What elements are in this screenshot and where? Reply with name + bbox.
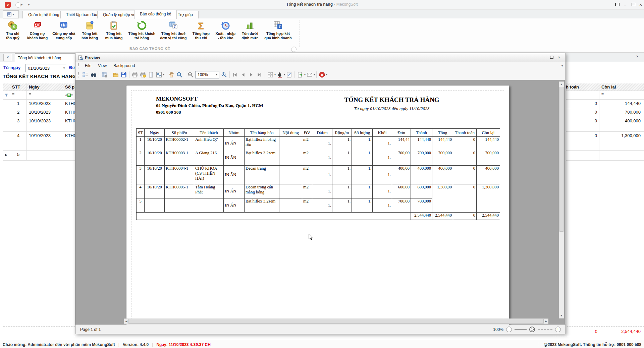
ribbon-item-tong-ket-khach-tra-hang[interactable]: Tổng kết kháchtrả hàng (126, 19, 158, 40)
horizontal-scrollbar[interactable]: ◀ ▶ (124, 318, 548, 324)
close-document-button[interactable]: ✕ (3, 54, 12, 61)
page-indicator: Page 1 of 1 (80, 327, 101, 332)
tabstrip-close-icon[interactable]: ✕ (636, 55, 639, 58)
email-dropdown-icon[interactable]: ▾ (314, 73, 315, 76)
ribbon-item-tong-hop-thu-chi[interactable]: Σ Tổng hợpthu chi (189, 19, 213, 40)
menu-background[interactable]: Background (110, 63, 138, 68)
filter-cell-con-lai[interactable]: = (599, 91, 644, 100)
ribbon-item-cong-no-nha-cung-cap[interactable]: Công nợ nhàcung cấp (50, 19, 77, 40)
multiple-pages-button[interactable] (266, 71, 274, 79)
ribbon-item-tong-hop-ket-qua[interactable]: Σ Tổng hợp kếtquả kinh doanh (262, 19, 294, 40)
preview-titlebar[interactable]: Preview – ✕ (75, 53, 566, 62)
tab-quan-tri-he-thong[interactable]: Quản trị hệ thống (22, 11, 65, 19)
report-cell: 700,00 (392, 198, 411, 213)
zoom-in-button[interactable] (220, 71, 228, 79)
report-cell: 700,000 (432, 150, 453, 166)
zoom-slider-knob[interactable] (529, 327, 535, 332)
close-button[interactable]: ✕ (637, 2, 644, 7)
column-header-ngay[interactable]: Ngày (27, 83, 63, 91)
menu-file[interactable]: File (82, 63, 95, 68)
ribbon-item-tong-ket-ban-hang[interactable]: Tổng kếtbán hàng (77, 19, 102, 40)
open-button[interactable] (112, 71, 120, 79)
ribbon-item-thu-chi-ton-quy[interactable]: €$ Thu chitồn quỹ (1, 19, 25, 40)
ribbon-label: bán hàng (82, 36, 98, 40)
app-titlebar: v ▾ ▾ Tổng kết khách trả hàng - MekongSo… (0, 0, 644, 10)
export-button[interactable] (296, 71, 304, 79)
report-cell: IN ẤN (224, 198, 245, 213)
filter-cell-stt[interactable]: = (10, 91, 27, 100)
chevron-down-icon[interactable]: ▼ (214, 73, 219, 76)
page-color-button[interactable] (276, 71, 284, 79)
app-menu-button[interactable]: ▾ (3, 10, 19, 18)
menubar-overflow-icon[interactable]: ▾ (561, 64, 563, 67)
report-cell: 10/10/20 (145, 166, 165, 184)
customize-button[interactable] (101, 71, 109, 79)
search-button[interactable] (90, 71, 98, 79)
scroll-left-icon[interactable]: ◀ (124, 319, 128, 324)
table-row[interactable]: 0 700,000 (553, 108, 644, 117)
scrollbar-thumb[interactable] (559, 87, 564, 232)
first-page-button[interactable] (231, 71, 239, 79)
column-header-stt[interactable]: STT (10, 83, 27, 91)
ribbon-item-xuat-nhap-ton-kho[interactable]: Xuất - nhập- tồn kho (213, 19, 238, 40)
close-preview-button[interactable] (318, 71, 326, 79)
menu-view[interactable]: View (95, 63, 110, 68)
close-dropdown-icon[interactable]: ▾ (326, 73, 327, 76)
table-row[interactable]: 0 144,440 (553, 100, 644, 108)
document-map-button[interactable] (82, 71, 90, 79)
toolbar-grip[interactable] (78, 72, 79, 77)
row-indicator (3, 117, 10, 132)
vertical-scrollbar[interactable]: ▲ ▼ (559, 81, 564, 318)
restore-button[interactable] (630, 2, 637, 7)
quick-print-button[interactable] (139, 71, 147, 79)
zoom-out-icon[interactable]: − (506, 327, 512, 332)
magnifier-button[interactable] (175, 71, 183, 79)
ribbon-item-ton-duoi-dinh-muc[interactable]: Tồn dướiđịnh mức (238, 19, 262, 40)
ribbon-item-cong-no-khach-hang[interactable]: Công nợkhách hàng (25, 19, 50, 40)
zoom-slider-track[interactable] (538, 329, 552, 330)
zoom-out-button[interactable] (186, 71, 195, 79)
ribbon-collapse-icon[interactable]: ⌃ (291, 47, 297, 52)
zoom-slider-track[interactable] (515, 329, 527, 330)
next-page-button[interactable] (247, 71, 255, 79)
column-header-con-lai[interactable]: Còn lại (599, 83, 644, 91)
watermark-button[interactable] (285, 71, 293, 79)
ribbon-item-tong-ket-thue-don-vi[interactable]: Σ Tổng kết thuêđơn vị thi công (158, 19, 189, 40)
tab-bao-cao-thong-ke[interactable]: Báo cáo thống kê (134, 10, 177, 19)
zoom-in-icon[interactable]: + (555, 327, 561, 332)
grid-sigma-icon: Σ (273, 20, 283, 31)
save-button[interactable] (120, 71, 128, 79)
scroll-right-icon[interactable]: ▶ (544, 319, 548, 324)
scale-button[interactable] (155, 71, 163, 79)
email-button[interactable] (306, 71, 314, 79)
scale-dropdown-icon[interactable]: ▾ (163, 73, 164, 76)
preview-minimize-button[interactable]: – (541, 55, 548, 60)
scrollbar-thumb[interactable] (128, 319, 544, 324)
ribbon-item-tong-ket-mua-hang[interactable]: Tổng kếtmua hàng (102, 19, 126, 40)
scroll-down-icon[interactable]: ▼ (559, 313, 564, 318)
tab-thiet-lap-ban-dau[interactable]: Thiết lập ban đầu (60, 11, 103, 19)
prev-page-button[interactable] (239, 71, 247, 79)
print-button[interactable] (131, 71, 139, 79)
fullscreen-button[interactable] (614, 2, 621, 7)
preview-close-button[interactable]: ✕ (555, 55, 563, 60)
supplier-debt-icon (58, 20, 69, 31)
page-setup-button[interactable] (147, 71, 155, 79)
table-row[interactable] (553, 151, 644, 161)
report-cell: 0 (453, 184, 477, 213)
menubar-grip[interactable] (78, 63, 79, 68)
filter-cell-ngay[interactable]: = (27, 91, 63, 100)
from-date-input[interactable]: 01/10/2023 ▼ (25, 64, 67, 72)
scroll-up-icon[interactable]: ▲ (559, 82, 564, 86)
preview-maximize-button[interactable] (548, 55, 555, 60)
chevron-down-icon[interactable]: ▼ (61, 67, 67, 70)
table-row[interactable]: 0 1,300,000 (553, 132, 644, 151)
report-cell: Bạt hiflex in băng rôn (245, 137, 279, 150)
minimize-button[interactable]: – (622, 2, 629, 7)
report-cell: 700,000 (411, 198, 432, 213)
last-page-button[interactable] (255, 71, 263, 79)
table-row[interactable]: 0 400,000 (553, 117, 644, 132)
hand-tool-button[interactable] (167, 71, 175, 79)
row-indicator (3, 108, 10, 117)
zoom-combo[interactable]: 100% ▼ (195, 71, 219, 78)
